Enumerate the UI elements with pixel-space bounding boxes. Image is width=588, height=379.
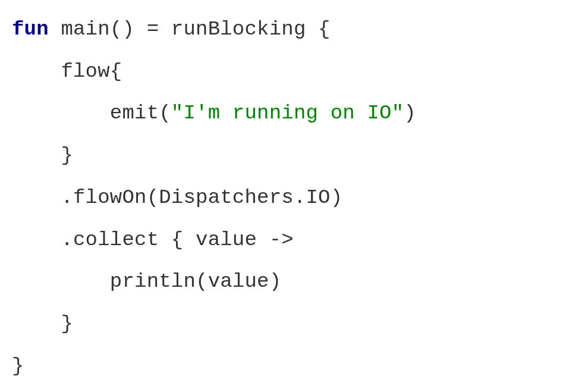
code-line-5: .flowOn(Dispatchers.IO): [12, 186, 342, 209]
code-line-2: flow{: [12, 60, 122, 83]
string-literal: "I'm running on IO": [171, 102, 404, 124]
code-line-6: .collect { value ->: [12, 228, 294, 251]
code-line-9: }: [12, 355, 24, 377]
code-line-4: }: [12, 144, 73, 167]
code-line-3-before: emit(: [12, 102, 171, 124]
code-line-3-after: ): [404, 102, 416, 124]
code-line-1-rest: main() = runBlocking {: [49, 18, 331, 40]
code-line-7: println(value): [12, 270, 281, 293]
code-block: fun main() = runBlocking { flow{ emit("I…: [0, 0, 588, 379]
kw-fun: fun: [12, 18, 49, 40]
code-line-8: }: [12, 312, 73, 335]
